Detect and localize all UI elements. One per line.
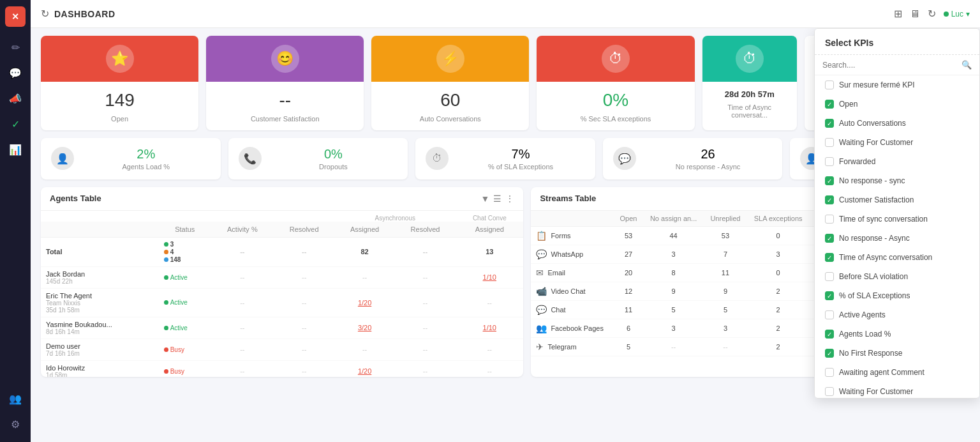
kpi-item-time-async[interactable]: ✓ Time of Async conversation bbox=[815, 248, 979, 267]
kpi-item-no-resp-async[interactable]: ✓ No response - Async bbox=[815, 229, 979, 248]
email-icon: ✉ bbox=[536, 268, 544, 278]
kpi-item-label: No response - Async bbox=[839, 234, 910, 243]
user-name: Luc bbox=[951, 10, 963, 19]
wa-open: 27 bbox=[614, 245, 643, 263]
vc-unreplied: 9 bbox=[704, 282, 746, 300]
no-response-value: 26 bbox=[644, 147, 773, 162]
sidebar-item-chart[interactable]: 📊 bbox=[4, 138, 27, 161]
agent-async-assigned: -- bbox=[334, 266, 394, 288]
kpi-item-label: No First Response bbox=[839, 349, 902, 358]
forms-unreplied: 53 bbox=[704, 226, 746, 245]
th-chat-assigned: Assigned bbox=[456, 222, 523, 238]
kpi-item-sur-mesure[interactable]: Sur mesure fermé KPI bbox=[815, 75, 979, 95]
agent-chat-assigned[interactable]: 1/10 bbox=[456, 317, 523, 339]
kpi-checkbox: ✓ bbox=[825, 291, 834, 300]
total-activity: -- bbox=[211, 237, 274, 266]
kpi-item-no-first-resp[interactable]: ✓ No First Response bbox=[815, 344, 979, 363]
sidebar-item-announce[interactable]: 📣 bbox=[4, 87, 27, 110]
kpi-extra-icon: ⏱ bbox=[736, 45, 764, 73]
th-status: Status bbox=[159, 222, 211, 238]
stream-name-label: WhatsApp bbox=[551, 250, 583, 258]
agent-resolved: -- bbox=[274, 288, 334, 317]
agent-async-resolved: -- bbox=[395, 339, 456, 360]
sidebar-item-edit[interactable]: ✏ bbox=[4, 36, 27, 59]
kpi-item-csat[interactable]: ✓ Customer Satisfaction bbox=[815, 190, 979, 210]
refresh-icon[interactable]: ↻ bbox=[41, 8, 49, 20]
agent-async-resolved: -- bbox=[395, 317, 456, 339]
kpi-item-open[interactable]: ✓ Open bbox=[815, 95, 979, 114]
kpi-auto-value: 60 bbox=[382, 89, 519, 111]
grid-icon[interactable]: ⊞ bbox=[894, 8, 902, 20]
kpi-item-active-agents[interactable]: Active Agents bbox=[815, 305, 979, 324]
kpi-item-auto-conv[interactable]: ✓ Auto Conversations bbox=[815, 114, 979, 133]
agent-status-cell: Busy bbox=[159, 339, 211, 360]
agents-table-section: Agents Table ▼ ☰ ⋮ bbox=[41, 187, 523, 377]
agent-async-assigned[interactable]: 1/20 bbox=[334, 360, 394, 377]
sidebar-item-settings[interactable]: ⚙ bbox=[4, 413, 27, 436]
kpi-extra-label: Time of Async conversat... bbox=[713, 103, 787, 119]
kpi-open-label: Open bbox=[51, 115, 188, 123]
kpi-item-before-sla[interactable]: Before SLA violation bbox=[815, 267, 979, 286]
agent-async-assigned[interactable]: 3/20 bbox=[334, 317, 394, 339]
chat-sla: 2 bbox=[747, 300, 810, 319]
kpi-item-awaiting-comment[interactable]: Awaiting agent Comment bbox=[815, 363, 979, 382]
sidebar-item-chat[interactable]: 💬 bbox=[4, 61, 27, 84]
agent-status-cell: Active bbox=[159, 317, 211, 339]
agent-activity: -- bbox=[211, 360, 274, 377]
agents-more-icon[interactable]: ⋮ bbox=[505, 194, 514, 204]
agent-resolved: -- bbox=[274, 266, 334, 288]
th-stream-sla: SLA exceptions bbox=[747, 211, 810, 227]
th-activity-pct: Activity % bbox=[211, 222, 274, 238]
agent-name-cell: Jack Bordan 145d 22h bbox=[41, 266, 159, 288]
kpi-item-label: Time of sync conversation bbox=[839, 215, 928, 224]
kpi-checkbox bbox=[825, 215, 834, 224]
th-empty1 bbox=[41, 211, 211, 222]
agents-table-header: Agents Table ▼ ☰ ⋮ bbox=[41, 187, 523, 211]
kpi-checkbox bbox=[825, 272, 834, 281]
stream-name-label: Email bbox=[547, 269, 565, 277]
agent-chat-assigned: -- bbox=[456, 339, 523, 360]
kpi-item-waiting-customer[interactable]: Waiting For Customer bbox=[815, 133, 979, 152]
th-chat-group: Chat Conve bbox=[456, 211, 523, 222]
app-logo[interactable]: ✕ bbox=[5, 6, 26, 27]
agents-filter-icon[interactable]: ▼ bbox=[481, 194, 490, 204]
kpi-item-label: Active Agents bbox=[839, 310, 886, 319]
fb-no-assign: 3 bbox=[643, 319, 704, 337]
user-chevron: ▾ bbox=[966, 10, 970, 19]
agent-chat-assigned: -- bbox=[456, 288, 523, 317]
agent-name-cell: Ido Horowitz 1d 58m bbox=[41, 360, 159, 377]
kpi-csat-label: Customer Satisfaction bbox=[216, 115, 353, 123]
kpi-item-forwarded[interactable]: Forwarded bbox=[815, 152, 979, 171]
kpi-item-waiting-customer2[interactable]: Waiting For Customer bbox=[815, 382, 979, 399]
monitor-icon[interactable]: 🖥 bbox=[910, 8, 920, 20]
table-row: Yasmine Boukadou... 8d 16h 14m Active --… bbox=[41, 317, 523, 339]
kpi-checkbox: ✓ bbox=[825, 100, 834, 109]
stream-name-label: Facebook Pages bbox=[551, 324, 604, 332]
stream-name-label: Telegram bbox=[547, 343, 576, 351]
dropouts-label: Dropouts bbox=[269, 163, 398, 171]
agents-table: Asynchronous Chat Conve Status Activity … bbox=[41, 211, 523, 377]
total-resolved: -- bbox=[274, 237, 334, 266]
kpi-item-agents-load[interactable]: ✓ Agents Load % bbox=[815, 324, 979, 344]
kpi-item-no-resp-sync[interactable]: ✓ No response - sync bbox=[815, 171, 979, 190]
kpi-checkbox: ✓ bbox=[825, 349, 834, 358]
kpi-item-label: Customer Satisfaction bbox=[839, 195, 914, 204]
user-menu[interactable]: Luc ▾ bbox=[944, 10, 970, 19]
refresh-header-icon[interactable]: ↻ bbox=[928, 8, 936, 20]
header: ↻ DASHBOARD ⊞ 🖥 ↻ Luc ▾ bbox=[31, 0, 980, 28]
kpi-open-value: 149 bbox=[51, 89, 188, 111]
agent-chat-assigned[interactable]: 1/10 bbox=[456, 266, 523, 288]
agent-name-cell: Eric The Agent Team Nixxis 35d 1h 58m bbox=[41, 288, 159, 317]
agents-columns-icon[interactable]: ☰ bbox=[493, 194, 501, 204]
sidebar-item-active[interactable]: ✓ bbox=[4, 112, 27, 135]
kpi-search-input[interactable] bbox=[822, 61, 958, 70]
agent-async-assigned: -- bbox=[334, 339, 394, 360]
kpi-item-time-sync[interactable]: Time of sync conversation bbox=[815, 210, 979, 229]
sidebar-item-team[interactable]: 👥 bbox=[4, 387, 27, 410]
agent-async-assigned[interactable]: 1/20 bbox=[334, 288, 394, 317]
total-async-resolved: -- bbox=[395, 237, 456, 266]
kpi-sla-icon: ⏱ bbox=[602, 45, 630, 73]
kpi-item-pct-sla[interactable]: ✓ % of SLA Exceptions bbox=[815, 286, 979, 305]
dropouts-icon: 📞 bbox=[239, 147, 262, 170]
agent-activity: -- bbox=[211, 339, 274, 360]
